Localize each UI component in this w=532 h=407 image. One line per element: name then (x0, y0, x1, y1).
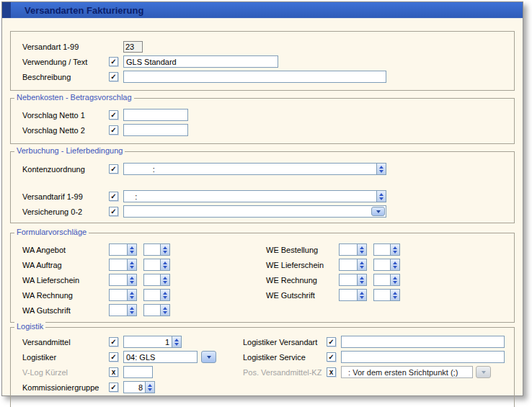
down-arrow-icon (360, 296, 364, 299)
spinner-button[interactable] (161, 289, 170, 301)
down-arrow-icon (379, 170, 384, 173)
down-arrow-icon (130, 296, 134, 299)
form-number-input[interactable] (373, 289, 391, 301)
checkbox-checked-icon[interactable]: ✓ (327, 337, 336, 346)
checkbox-cell: x (327, 367, 341, 377)
spinner-button[interactable] (391, 259, 400, 271)
checkbox-checked-icon[interactable]: ✓ (327, 352, 336, 362)
form-number-input[interactable] (143, 304, 161, 316)
spinner-pair (143, 289, 170, 301)
checkbox-checked-icon[interactable]: ✓ (109, 383, 118, 392)
spinner-button[interactable] (146, 381, 155, 393)
vlog-input[interactable] (123, 366, 153, 378)
form-number-input[interactable] (339, 274, 358, 286)
up-arrow-icon (360, 277, 364, 279)
form-number-input[interactable] (143, 289, 161, 301)
checkbox-cell: ✓ (109, 337, 123, 346)
versandtarif-combo[interactable]: : (123, 190, 386, 202)
form-number-input[interactable] (373, 274, 391, 286)
checkbox-crossed-icon[interactable]: x (109, 367, 118, 377)
spinner-button[interactable] (376, 191, 386, 202)
row-kontenzuordnung: Kontenzuordnung ✓ : (22, 161, 514, 176)
chevron-down-icon (482, 371, 486, 374)
checkbox-checked-icon[interactable]: ✓ (109, 192, 118, 201)
kommissioniergruppe-input[interactable] (123, 381, 146, 393)
form-number-input[interactable] (339, 259, 358, 271)
app-icon (2, 2, 11, 18)
form-number-input[interactable] (373, 243, 391, 256)
up-arrow-icon (393, 277, 397, 279)
checkbox-checked-icon[interactable]: ✓ (109, 125, 118, 135)
spinner-button[interactable] (128, 289, 137, 301)
form-number-input[interactable] (143, 243, 161, 256)
form-number-input[interactable] (109, 304, 128, 316)
versicherung-dropdown[interactable] (123, 205, 386, 218)
checkbox-checked-icon[interactable]: ✓ (109, 337, 118, 346)
form-number-input[interactable] (109, 243, 128, 256)
spinner-button[interactable] (391, 243, 400, 256)
spinner-button[interactable] (161, 304, 170, 316)
spinner-button[interactable] (391, 289, 400, 301)
spinner-button[interactable] (128, 243, 137, 256)
wa-rechnung-label: WA Rechnung (22, 291, 109, 300)
form-number-input[interactable] (109, 289, 128, 301)
checkbox-crossed-icon[interactable]: x (327, 367, 336, 377)
netto2-input[interactable] (123, 124, 188, 136)
row-we-rechnung: WE Rechnung (266, 272, 514, 287)
logistiker-dropdown[interactable]: 04: GLS (123, 351, 198, 363)
spinner-button[interactable] (376, 164, 386, 174)
checkbox-checked-icon[interactable]: ✓ (109, 164, 118, 174)
spinner-button[interactable] (358, 243, 367, 256)
form-number-input[interactable] (339, 289, 358, 301)
up-arrow-icon (130, 277, 134, 279)
versandmittel-input[interactable] (123, 336, 172, 348)
spinner-button[interactable] (161, 259, 170, 271)
dropdown-button[interactable] (201, 351, 216, 363)
down-arrow-icon (379, 197, 384, 200)
spinner-button[interactable] (358, 289, 367, 301)
row-netto1: Vorschlag Netto 1 ✓ (22, 107, 514, 122)
dropdown-button[interactable] (371, 207, 385, 216)
spinner-button[interactable] (128, 259, 137, 271)
kontenzuordnung-combo[interactable]: : (123, 163, 386, 175)
spinner-pair (143, 243, 170, 256)
checkbox-checked-icon[interactable]: ✓ (109, 72, 118, 81)
we-gutschrift-label: WE Gutschrift (266, 291, 339, 300)
row-versicherung: Versicherung 0-2 ✓ (22, 204, 514, 219)
checkbox-checked-icon[interactable]: ✓ (109, 207, 118, 216)
down-arrow-icon (163, 281, 167, 284)
title-bar: Versandarten Fakturierung (2, 2, 523, 19)
group-general: Versandart 1-99 23 Verwendung / Text ✓ B… (10, 31, 515, 91)
we-rechnung-label: WE Rechnung (266, 276, 339, 285)
logistiker-service-input[interactable] (341, 351, 505, 363)
spinner-button[interactable] (358, 259, 367, 271)
spinner-button[interactable] (391, 274, 400, 286)
row-beschreibung: Beschreibung ✓ (22, 69, 514, 84)
up-arrow-icon (379, 166, 384, 169)
formulare-columns: WA Angebot WA Auftrag WA Lieferschein (22, 242, 514, 318)
checkbox-checked-icon[interactable]: ✓ (109, 352, 118, 362)
spinner-button[interactable] (128, 304, 137, 316)
verwendung-input[interactable] (123, 55, 278, 68)
spinner-button[interactable] (161, 274, 170, 286)
spinner-button[interactable] (128, 274, 137, 286)
form-number-input[interactable] (143, 274, 161, 286)
netto1-input[interactable] (123, 109, 188, 121)
spinner-button[interactable] (358, 274, 367, 286)
checkbox-checked-icon[interactable]: ✓ (109, 57, 118, 66)
form-number-input[interactable] (109, 259, 128, 271)
checkbox-cell: ✓ (109, 125, 123, 135)
form-number-input[interactable] (109, 274, 128, 286)
spinner-button[interactable] (172, 336, 182, 348)
spinner-pair (143, 259, 170, 271)
form-number-input[interactable] (143, 259, 161, 271)
checkbox-cell: ✓ (109, 164, 123, 174)
form-number-input[interactable] (339, 243, 358, 256)
checkbox-checked-icon[interactable]: ✓ (109, 110, 118, 120)
logistiker-label: Logistiker (22, 353, 109, 362)
beschreibung-input[interactable] (123, 71, 386, 83)
spinner-button[interactable] (161, 243, 170, 256)
logistiker-versandart-input[interactable] (341, 336, 505, 348)
form-number-input[interactable] (373, 259, 391, 271)
pos-versandmittel-dropdown: : Vor dem ersten Srichtpunkt (;) (341, 366, 473, 378)
